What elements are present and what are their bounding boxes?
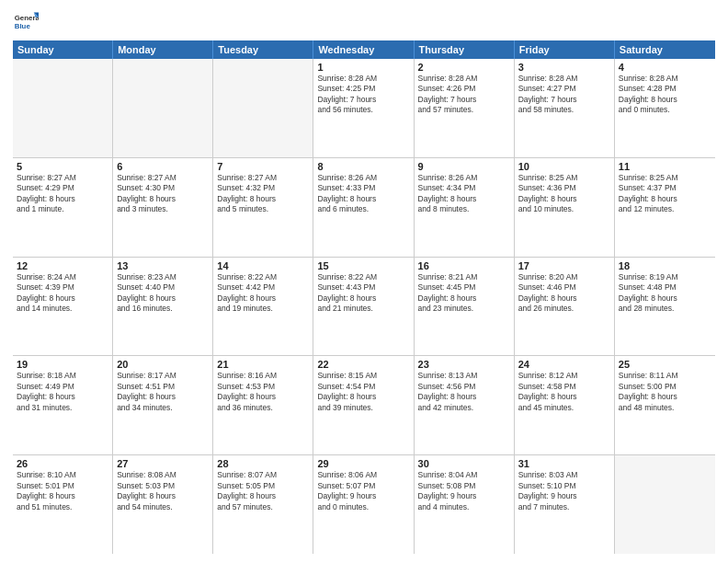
week-row-5: 26Sunrise: 8:10 AM Sunset: 5:01 PM Dayli… [13, 455, 715, 554]
day-info: Sunrise: 8:26 AM Sunset: 4:34 PM Dayligh… [418, 173, 510, 215]
day-cell-21: 21Sunrise: 8:16 AM Sunset: 4:53 PM Dayli… [213, 356, 313, 454]
day-cell-24: 24Sunrise: 8:12 AM Sunset: 4:58 PM Dayli… [515, 356, 615, 454]
day-info: Sunrise: 8:28 AM Sunset: 4:27 PM Dayligh… [518, 74, 610, 116]
day-number: 4 [619, 62, 711, 73]
day-cell-7: 7Sunrise: 8:27 AM Sunset: 4:32 PM Daylig… [213, 158, 313, 257]
day-cell-18: 18Sunrise: 8:19 AM Sunset: 4:48 PM Dayli… [615, 258, 715, 356]
day-number: 10 [518, 161, 610, 172]
day-number: 30 [418, 458, 510, 469]
day-info: Sunrise: 8:18 AM Sunset: 4:49 PM Dayligh… [17, 371, 108, 413]
day-cell-30: 30Sunrise: 8:04 AM Sunset: 5:08 PM Dayli… [415, 455, 515, 554]
day-info: Sunrise: 8:20 AM Sunset: 4:46 PM Dayligh… [518, 272, 610, 315]
day-info: Sunrise: 8:25 AM Sunset: 4:37 PM Dayligh… [619, 173, 711, 215]
empty-cell [113, 59, 213, 157]
day-number: 2 [418, 62, 510, 73]
day-info: Sunrise: 8:10 AM Sunset: 5:01 PM Dayligh… [17, 470, 108, 512]
header: General Blue [13, 9, 715, 35]
calendar: SundayMondayTuesdayWednesdayThursdayFrid… [13, 40, 715, 554]
day-cell-17: 17Sunrise: 8:20 AM Sunset: 4:46 PM Dayli… [515, 258, 615, 356]
day-cell-2: 2Sunrise: 8:28 AM Sunset: 4:26 PM Daylig… [415, 59, 515, 157]
day-info: Sunrise: 8:28 AM Sunset: 4:28 PM Dayligh… [619, 74, 711, 116]
day-number: 8 [317, 161, 409, 172]
day-number: 18 [619, 260, 711, 271]
day-info: Sunrise: 8:21 AM Sunset: 4:45 PM Dayligh… [418, 272, 510, 315]
day-number: 15 [317, 260, 409, 271]
header-cell-monday: Monday [113, 40, 213, 59]
day-number: 28 [217, 458, 309, 469]
day-cell-1: 1Sunrise: 8:28 AM Sunset: 4:25 PM Daylig… [313, 59, 414, 157]
day-cell-13: 13Sunrise: 8:23 AM Sunset: 4:40 PM Dayli… [113, 258, 213, 356]
day-cell-3: 3Sunrise: 8:28 AM Sunset: 4:27 PM Daylig… [515, 59, 615, 157]
day-number: 24 [518, 359, 610, 370]
day-cell-29: 29Sunrise: 8:06 AM Sunset: 5:07 PM Dayli… [313, 455, 414, 554]
day-info: Sunrise: 8:27 AM Sunset: 4:32 PM Dayligh… [217, 173, 309, 215]
day-number: 5 [17, 161, 108, 172]
week-row-4: 19Sunrise: 8:18 AM Sunset: 4:49 PM Dayli… [13, 356, 715, 455]
day-number: 14 [217, 260, 309, 271]
day-info: Sunrise: 8:04 AM Sunset: 5:08 PM Dayligh… [418, 470, 510, 512]
header-cell-thursday: Thursday [415, 40, 515, 59]
day-cell-12: 12Sunrise: 8:24 AM Sunset: 4:39 PM Dayli… [13, 258, 113, 356]
day-number: 31 [518, 458, 610, 469]
day-number: 20 [117, 359, 209, 370]
day-number: 16 [418, 260, 510, 271]
day-info: Sunrise: 8:15 AM Sunset: 4:54 PM Dayligh… [317, 371, 409, 413]
day-cell-31: 31Sunrise: 8:03 AM Sunset: 5:10 PM Dayli… [515, 455, 615, 554]
day-number: 6 [117, 161, 209, 172]
day-info: Sunrise: 8:03 AM Sunset: 5:10 PM Dayligh… [518, 470, 610, 512]
day-number: 23 [418, 359, 510, 370]
empty-cell [615, 455, 715, 554]
day-number: 19 [17, 359, 108, 370]
day-cell-8: 8Sunrise: 8:26 AM Sunset: 4:33 PM Daylig… [313, 158, 414, 257]
day-number: 13 [117, 260, 209, 271]
day-cell-19: 19Sunrise: 8:18 AM Sunset: 4:49 PM Dayli… [13, 356, 113, 454]
day-number: 11 [619, 161, 711, 172]
day-info: Sunrise: 8:07 AM Sunset: 5:05 PM Dayligh… [217, 470, 309, 512]
day-info: Sunrise: 8:27 AM Sunset: 4:29 PM Dayligh… [17, 173, 108, 215]
day-info: Sunrise: 8:13 AM Sunset: 4:56 PM Dayligh… [418, 371, 510, 413]
header-cell-wednesday: Wednesday [313, 40, 414, 59]
day-number: 29 [317, 458, 409, 469]
day-cell-14: 14Sunrise: 8:22 AM Sunset: 4:42 PM Dayli… [213, 258, 313, 356]
empty-cell [213, 59, 313, 157]
day-number: 27 [117, 458, 209, 469]
day-info: Sunrise: 8:08 AM Sunset: 5:03 PM Dayligh… [117, 470, 209, 512]
day-info: Sunrise: 8:22 AM Sunset: 4:43 PM Dayligh… [317, 272, 409, 315]
calendar-body: 1Sunrise: 8:28 AM Sunset: 4:25 PM Daylig… [13, 59, 715, 554]
day-info: Sunrise: 8:28 AM Sunset: 4:25 PM Dayligh… [317, 74, 409, 116]
day-info: Sunrise: 8:19 AM Sunset: 4:48 PM Dayligh… [619, 272, 711, 315]
day-number: 17 [518, 260, 610, 271]
day-info: Sunrise: 8:16 AM Sunset: 4:53 PM Dayligh… [217, 371, 309, 413]
day-cell-25: 25Sunrise: 8:11 AM Sunset: 5:00 PM Dayli… [615, 356, 715, 454]
day-info: Sunrise: 8:23 AM Sunset: 4:40 PM Dayligh… [117, 272, 209, 315]
day-number: 9 [418, 161, 510, 172]
header-cell-tuesday: Tuesday [213, 40, 313, 59]
week-row-3: 12Sunrise: 8:24 AM Sunset: 4:39 PM Dayli… [13, 258, 715, 357]
calendar-header-row: SundayMondayTuesdayWednesdayThursdayFrid… [13, 40, 715, 59]
header-cell-friday: Friday [515, 40, 615, 59]
svg-text:Blue: Blue [15, 22, 31, 30]
day-info: Sunrise: 8:25 AM Sunset: 4:36 PM Dayligh… [518, 173, 610, 215]
day-cell-22: 22Sunrise: 8:15 AM Sunset: 4:54 PM Dayli… [313, 356, 414, 454]
header-cell-sunday: Sunday [13, 40, 113, 59]
day-number: 21 [217, 359, 309, 370]
week-row-2: 5Sunrise: 8:27 AM Sunset: 4:29 PM Daylig… [13, 158, 715, 258]
day-cell-15: 15Sunrise: 8:22 AM Sunset: 4:43 PM Dayli… [313, 258, 414, 356]
day-info: Sunrise: 8:28 AM Sunset: 4:26 PM Dayligh… [418, 74, 510, 116]
day-info: Sunrise: 8:27 AM Sunset: 4:30 PM Dayligh… [117, 173, 209, 215]
logo-icon: General Blue [13, 9, 39, 35]
day-cell-11: 11Sunrise: 8:25 AM Sunset: 4:37 PM Dayli… [615, 158, 715, 257]
day-cell-27: 27Sunrise: 8:08 AM Sunset: 5:03 PM Dayli… [113, 455, 213, 554]
day-info: Sunrise: 8:24 AM Sunset: 4:39 PM Dayligh… [17, 272, 108, 315]
day-number: 25 [619, 359, 711, 370]
day-cell-28: 28Sunrise: 8:07 AM Sunset: 5:05 PM Dayli… [213, 455, 313, 554]
day-number: 7 [217, 161, 309, 172]
day-number: 1 [317, 62, 409, 73]
empty-cell [13, 59, 113, 157]
day-info: Sunrise: 8:17 AM Sunset: 4:51 PM Dayligh… [117, 371, 209, 413]
week-row-1: 1Sunrise: 8:28 AM Sunset: 4:25 PM Daylig… [13, 59, 715, 158]
page: General Blue SundayMondayTuesdayWednesda… [0, 0, 728, 563]
day-number: 26 [17, 458, 108, 469]
day-cell-26: 26Sunrise: 8:10 AM Sunset: 5:01 PM Dayli… [13, 455, 113, 554]
day-cell-5: 5Sunrise: 8:27 AM Sunset: 4:29 PM Daylig… [13, 158, 113, 257]
